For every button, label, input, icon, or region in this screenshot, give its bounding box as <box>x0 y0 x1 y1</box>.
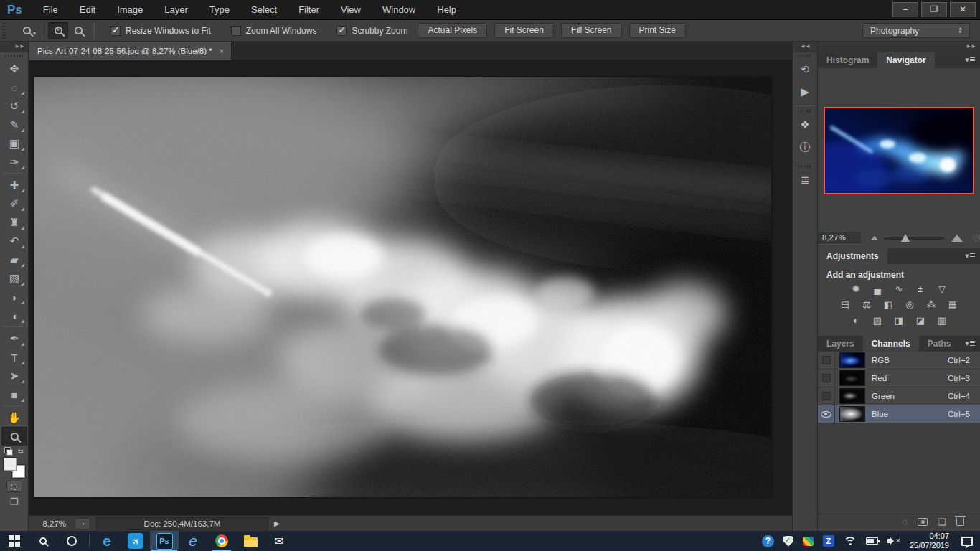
load-selection-icon[interactable]: ◌ <box>903 515 908 529</box>
brightness-contrast-icon[interactable]: ✺ <box>847 283 864 296</box>
quick-selection-tool[interactable]: ✎ <box>1 116 27 134</box>
menu-view[interactable]: View <box>330 0 372 20</box>
menu-window[interactable]: Window <box>372 0 426 20</box>
delete-channel-icon[interactable] <box>956 518 964 526</box>
defender-shield-icon[interactable] <box>783 536 793 547</box>
zoom-tool[interactable] <box>1 427 27 446</box>
black-white-icon[interactable]: ◧ <box>880 298 897 311</box>
canvas-image[interactable] <box>34 77 771 497</box>
taskbar-search-button[interactable] <box>29 531 57 551</box>
screen-mode-button[interactable]: ❐ <box>6 496 22 508</box>
panel-resize-grip[interactable] <box>973 235 980 242</box>
clock[interactable]: 04:07 25/07/2019 <box>910 532 949 550</box>
quick-mask-button[interactable] <box>6 481 22 492</box>
history-brush-tool[interactable]: ↶ <box>1 232 27 250</box>
slider-thumb[interactable] <box>901 234 910 242</box>
navigator-preview[interactable] <box>824 107 974 194</box>
toolbar-collapse-icon[interactable]: ►► <box>0 42 28 52</box>
posterize-icon[interactable]: ▨ <box>869 314 886 327</box>
menu-help[interactable]: Help <box>426 0 467 20</box>
levels-icon[interactable]: ▄ <box>869 283 886 296</box>
swap-colors-icon[interactable]: ⇆ <box>18 447 24 455</box>
selective-color-icon[interactable]: ▥ <box>933 314 951 327</box>
visibility-toggle[interactable] <box>818 405 835 423</box>
visibility-toggle[interactable] <box>818 352 835 369</box>
scrubby-zoom-checkbox[interactable]: Scrubby Zoom <box>336 26 407 36</box>
menu-edit[interactable]: Edit <box>69 0 106 20</box>
tab-close-icon[interactable]: × <box>220 47 224 55</box>
fit-screen-button[interactable]: Fit Screen <box>494 23 554 38</box>
color-balance-icon[interactable]: ⚖ <box>858 298 875 311</box>
battery-icon[interactable] <box>866 537 878 545</box>
document-tab[interactable]: Pics-Art-07-24-08-25-56.jpg @ 8,27% (Blu… <box>29 42 232 60</box>
type-tool[interactable]: T <box>1 348 27 367</box>
actions-icon[interactable]: ▶ <box>794 82 816 102</box>
visibility-toggle[interactable] <box>818 369 835 387</box>
color-app-tray-icon[interactable] <box>803 537 814 546</box>
workspace-selector[interactable]: Photography ⇕ <box>862 23 970 38</box>
print-size-button[interactable]: Print Size <box>629 23 686 38</box>
vibrance-icon[interactable]: ▽ <box>933 283 951 296</box>
hue-saturation-icon[interactable]: ▤ <box>837 298 854 311</box>
internet-explorer-taskbar-button[interactable]: e <box>179 531 207 551</box>
resize-windows-checkbox[interactable]: Resize Windows to Fit <box>110 26 211 36</box>
tab-navigator[interactable]: Navigator <box>877 52 934 68</box>
checkbox-checked-icon[interactable] <box>336 26 347 36</box>
info-icon[interactable]: ⓘ <box>794 137 816 157</box>
close-button[interactable]: ✕ <box>950 2 976 17</box>
blur-tool[interactable]: ◗ <box>1 288 27 306</box>
checkbox-icon[interactable] <box>231 26 241 36</box>
help-tray-icon[interactable]: ? <box>762 535 774 547</box>
z-app-tray-icon[interactable]: Z <box>823 535 834 547</box>
expand-panels-icon[interactable]: ◄◄ <box>793 42 817 52</box>
spot-healing-brush-tool[interactable]: ✚ <box>1 176 27 194</box>
collapse-panels-icon[interactable]: ►► <box>818 42 980 52</box>
action-center-icon[interactable] <box>961 537 973 546</box>
file-explorer-taskbar-button[interactable] <box>236 531 265 551</box>
mail-taskbar-button[interactable]: ✉ <box>265 531 293 551</box>
zoom-out-button[interactable]: − <box>68 22 88 39</box>
fill-screen-button[interactable]: Fill Screen <box>561 23 622 38</box>
visibility-toggle[interactable] <box>818 387 835 405</box>
gradient-map-icon[interactable]: ◪ <box>912 314 929 327</box>
channel-row-red[interactable]: Red Ctrl+3 <box>818 369 980 387</box>
dodge-tool[interactable]: ◖ <box>1 306 27 325</box>
menu-select[interactable]: Select <box>240 0 288 20</box>
hand-tool[interactable]: ✋ <box>1 408 27 427</box>
menu-file[interactable]: File <box>32 0 69 20</box>
gradient-tool[interactable]: ▧ <box>1 269 27 288</box>
marquee-tool[interactable]: ◌ <box>1 78 27 97</box>
tab-histogram[interactable]: Histogram <box>818 52 877 68</box>
menu-image[interactable]: Image <box>106 0 154 20</box>
chrome-taskbar-button[interactable] <box>207 531 236 551</box>
tab-layers[interactable]: Layers <box>818 336 863 352</box>
channel-row-blue[interactable]: Blue Ctrl+5 <box>818 405 980 423</box>
cortana-button[interactable] <box>57 531 86 551</box>
channel-mixer-icon[interactable]: ⁂ <box>923 298 940 311</box>
brush-tool[interactable]: ✐ <box>1 194 27 213</box>
panel-menu-icon[interactable]: ▾≣ <box>965 55 976 65</box>
color-lookup-icon[interactable]: ▦ <box>944 298 961 311</box>
eyedropper-tool[interactable]: ✑ <box>1 153 27 171</box>
minimize-button[interactable]: – <box>892 2 918 17</box>
tab-channels[interactable]: Channels <box>863 336 919 352</box>
clone-stamp-tool[interactable]: ♜ <box>1 213 27 232</box>
pen-tool[interactable]: ✒ <box>1 329 27 348</box>
menu-filter[interactable]: Filter <box>288 0 330 20</box>
restore-button[interactable]: ❐ <box>921 2 947 17</box>
navigator-zoom-field[interactable]: 8,27% <box>818 232 861 245</box>
status-zoom-value[interactable]: 8,27% <box>29 519 66 528</box>
properties-icon[interactable]: ❖ <box>794 115 816 135</box>
tab-paths[interactable]: Paths <box>919 336 960 352</box>
path-selection-tool[interactable]: ➤ <box>1 367 27 385</box>
actual-pixels-button[interactable]: Actual Pixels <box>418 23 487 38</box>
menu-type[interactable]: Type <box>199 0 240 20</box>
exposure-icon[interactable]: ± <box>912 283 929 296</box>
checkbox-checked-icon[interactable] <box>110 26 121 36</box>
default-colors-icon[interactable] <box>4 447 11 453</box>
panel-menu-icon[interactable]: ▾≣ <box>965 251 976 260</box>
navigator-zoom-slider[interactable] <box>884 237 945 240</box>
shape-tool[interactable]: ■ <box>1 385 27 404</box>
edge-taskbar-button[interactable]: e <box>93 531 121 551</box>
tab-adjustments[interactable]: Adjustments <box>818 248 887 264</box>
